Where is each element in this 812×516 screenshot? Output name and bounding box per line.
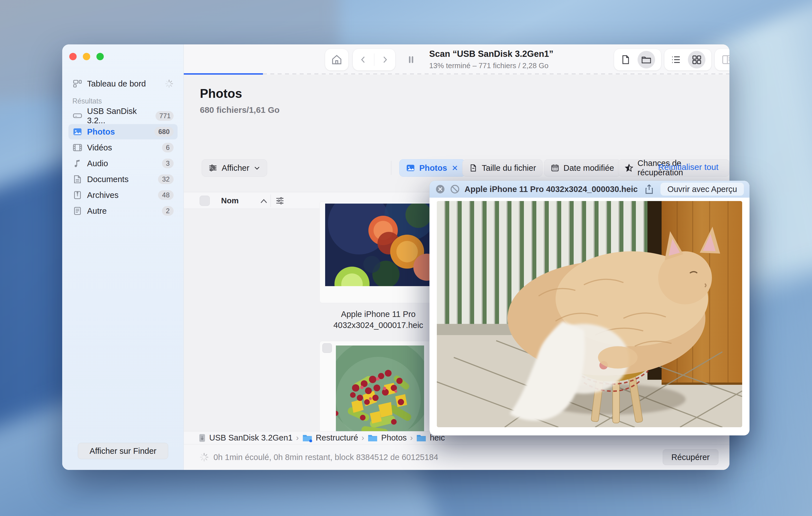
sidebar-item-photos[interactable]: Photos 680 xyxy=(68,124,178,139)
folder-view-button[interactable] xyxy=(638,51,655,68)
list-view-icon[interactable] xyxy=(670,54,682,65)
home-button[interactable] xyxy=(325,49,348,70)
sidebar-item-label: Photos xyxy=(87,127,115,137)
folder-view-icon xyxy=(641,54,652,65)
blocked-circle-icon[interactable] xyxy=(450,184,460,194)
close-window-button[interactable] xyxy=(69,53,77,60)
audio-icon xyxy=(72,158,83,169)
sidebar-item-usb-drive[interactable]: USB SanDisk 3.2... 771 xyxy=(68,108,178,123)
thumbnail-anemones[interactable] xyxy=(325,204,432,286)
divider xyxy=(270,195,271,207)
close-chip-icon[interactable] xyxy=(451,164,459,172)
count-badge: 3 xyxy=(162,159,174,168)
fruit-photo xyxy=(336,345,424,441)
view-mode-list-grid xyxy=(664,49,712,70)
usb-drive-icon xyxy=(199,433,206,442)
view-mode-files-folders xyxy=(614,49,661,70)
document-icon xyxy=(72,174,83,184)
spinner-icon xyxy=(199,452,209,462)
sidebar-item-videos[interactable]: Vidéos 6 xyxy=(68,140,178,155)
sort-caret-icon[interactable] xyxy=(260,198,268,204)
minimize-window-button[interactable] xyxy=(83,53,90,60)
file-name[interactable]: Apple iPhone 11 Pro 4032x3024_000017.hei… xyxy=(316,309,440,331)
sidebar-item-dashboard[interactable]: Tableau de bord xyxy=(68,76,178,91)
drive-icon xyxy=(72,111,83,121)
breadcrumb-separator: › xyxy=(361,433,365,442)
sidebar-item-label: Archives xyxy=(87,191,118,200)
sidebar: Tableau de bord Résultats USB SanDisk 3.… xyxy=(62,45,184,470)
preview-photo-cat xyxy=(437,201,742,427)
grid-view-icon xyxy=(691,54,702,65)
filter-label: Taille du fichier xyxy=(482,164,536,173)
file-checkbox[interactable] xyxy=(322,343,332,353)
open-with-preview-button[interactable]: Ouvrir avec Aperçu xyxy=(661,183,744,196)
spinner-icon xyxy=(165,79,174,88)
sort-column-name[interactable]: Nom xyxy=(221,196,239,205)
preview-titlebar: Apple iPhone 11 Pro 4032x3024_000030.hei… xyxy=(430,181,750,198)
select-all-checkbox[interactable] xyxy=(200,196,210,206)
filesize-icon xyxy=(469,164,478,172)
image-chip-icon xyxy=(406,163,415,173)
filter-file-size[interactable]: Taille du fichier xyxy=(462,159,543,177)
other-icon xyxy=(72,206,83,216)
show-in-finder-button[interactable]: Afficher sur Finder xyxy=(78,443,168,459)
folder-icon xyxy=(368,434,378,442)
scan-title: Scan “USB SanDisk 3.2Gen1” xyxy=(429,49,553,59)
close-circle-icon[interactable] xyxy=(435,184,445,194)
page-title: Photos xyxy=(200,87,242,101)
filter-date-modified[interactable]: Date modifiée xyxy=(544,159,620,177)
preview-window: Apple iPhone 11 Pro 4032x3024_000030.hei… xyxy=(430,181,750,435)
sidebar-item-archives[interactable]: Archives 48 xyxy=(68,188,178,203)
breadcrumb-separator: › xyxy=(410,433,413,442)
count-badge: 680 xyxy=(154,127,174,137)
pause-icon xyxy=(406,55,416,65)
pause-scan-button[interactable] xyxy=(401,49,421,70)
sidebar-item-audio[interactable]: Audio 3 xyxy=(68,156,178,171)
breadcrumb-item[interactable]: Photos xyxy=(381,433,407,442)
filter-label: Date modifiée xyxy=(563,164,614,173)
file-view-icon[interactable] xyxy=(620,54,631,65)
calendar-icon xyxy=(550,164,559,172)
preview-panel-toggle[interactable] xyxy=(715,49,729,70)
video-icon xyxy=(72,143,83,153)
sidebar-item-label: Documents xyxy=(87,175,128,184)
nav-buttons xyxy=(353,49,395,70)
afficher-label: Afficher xyxy=(222,164,250,173)
panel-view-icon xyxy=(721,54,729,65)
reset-all-link[interactable]: Réinitialiser tout xyxy=(658,162,718,172)
sidebar-section-results: Résultats xyxy=(72,97,102,105)
zoom-window-button[interactable] xyxy=(96,53,104,60)
share-icon[interactable] xyxy=(644,183,654,195)
folder-icon xyxy=(302,434,312,442)
grid-view-button[interactable] xyxy=(688,51,705,68)
back-button[interactable] xyxy=(353,49,374,70)
recover-button[interactable]: Récupérer xyxy=(663,449,718,465)
chip-label: Photos xyxy=(419,164,447,173)
sidebar-item-label: Vidéos xyxy=(87,143,112,152)
sliders-icon[interactable] xyxy=(275,196,285,205)
desktop: Tableau de bord Résultats USB SanDisk 3.… xyxy=(0,0,812,516)
photo-icon xyxy=(72,127,83,137)
count-badge: 2 xyxy=(162,206,174,216)
forward-button[interactable] xyxy=(374,49,396,70)
breadcrumb-item[interactable]: USB SanDisk 3.2Gen1 xyxy=(209,433,293,442)
scan-progress-text: 0h 1min écoulé, 0h 8min restant, block 8… xyxy=(213,453,438,462)
forward-icon xyxy=(380,55,389,64)
afficher-dropdown[interactable]: Afficher xyxy=(202,159,267,177)
preview-file-title: Apple iPhone 11 Pro 4032x3024_000030.hei… xyxy=(465,184,638,194)
sidebar-item-other[interactable]: Autre 2 xyxy=(68,203,178,219)
dashboard-icon xyxy=(72,79,83,89)
home-icon xyxy=(330,53,343,66)
filter-chip-photos[interactable]: Photos xyxy=(399,159,465,177)
folder-icon xyxy=(416,434,426,442)
breadcrumb-separator: › xyxy=(296,433,299,442)
count-badge: 771 xyxy=(155,111,174,121)
count-badge: 48 xyxy=(158,190,174,200)
back-icon xyxy=(358,55,368,64)
scan-status: 13% terminé – 771 fichiers / 2,28 Go xyxy=(429,61,553,70)
archive-icon xyxy=(72,190,83,200)
breadcrumb-item[interactable]: Restructuré xyxy=(316,433,358,442)
thumbnail-fruit-salad[interactable] xyxy=(336,345,424,441)
scan-info: Scan “USB SanDisk 3.2Gen1” 13% terminé –… xyxy=(429,49,553,70)
sidebar-item-documents[interactable]: Documents 32 xyxy=(68,172,178,187)
